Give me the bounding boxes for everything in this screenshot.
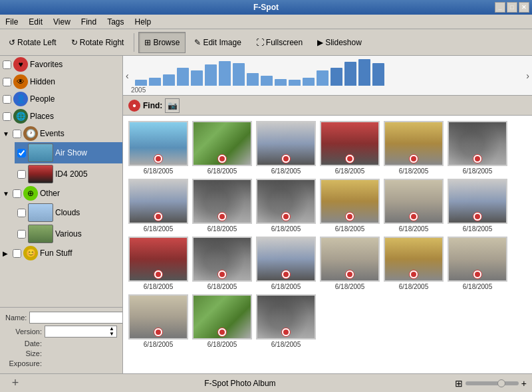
version-down[interactable]: ▼ bbox=[109, 332, 114, 337]
photo-badge-5 bbox=[409, 154, 418, 163]
people-checkbox[interactable] bbox=[3, 95, 11, 104]
menu-tags[interactable]: Tags bbox=[104, 16, 126, 28]
timeline-nav-left[interactable]: ‹ bbox=[126, 70, 129, 81]
sidebar-item-id4[interactable]: ID4 2005 bbox=[15, 163, 122, 185]
minimize-button[interactable]: _ bbox=[495, 2, 505, 13]
clouds-checkbox[interactable] bbox=[17, 209, 26, 217]
rotate-left-button[interactable]: ↺ Rotate Left bbox=[3, 32, 63, 53]
timeline-bar-17[interactable] bbox=[372, 63, 384, 86]
id4-checkbox[interactable] bbox=[17, 170, 26, 179]
timeline-bar-10[interactable] bbox=[275, 79, 287, 86]
timeline-bar-15[interactable] bbox=[344, 62, 356, 86]
clouds-thumbnail bbox=[28, 203, 53, 222]
menu-find[interactable]: Find bbox=[78, 16, 99, 28]
photo-item-1[interactable]: 6/18/2005 bbox=[128, 121, 188, 175]
hidden-checkbox[interactable] bbox=[3, 78, 11, 86]
menu-file[interactable]: File bbox=[3, 16, 21, 28]
various-checkbox[interactable] bbox=[17, 230, 26, 239]
places-checkbox[interactable] bbox=[3, 112, 11, 121]
sidebar-item-other-header[interactable]: ▼ ⊕ Other bbox=[0, 185, 122, 202]
fullscreen-button[interactable]: ⛶ Fullscreen bbox=[250, 32, 309, 53]
timeline[interactable]: ‹ 2005 › bbox=[123, 56, 532, 96]
photo-item-12[interactable]: 6/18/2005 bbox=[448, 179, 507, 233]
name-input[interactable] bbox=[29, 312, 123, 324]
zoom-in-icon[interactable]: + bbox=[521, 378, 527, 389]
photo-item-8[interactable]: 6/18/2005 bbox=[192, 179, 252, 233]
photo-item-3[interactable]: 6/18/2005 bbox=[256, 121, 316, 175]
sidebar-item-various[interactable]: Various bbox=[15, 223, 122, 245]
photo-item-21[interactable]: 6/18/2005 bbox=[256, 294, 316, 348]
photo-item-4[interactable]: 6/18/2005 bbox=[320, 121, 380, 175]
sidebar-item-favorites[interactable]: ♥ Favorites bbox=[0, 56, 122, 73]
timeline-bar-1[interactable] bbox=[149, 78, 161, 86]
photo-item-6[interactable]: 6/18/2005 bbox=[448, 121, 507, 175]
photo-item-15[interactable]: 6/18/2005 bbox=[256, 237, 316, 290]
timeline-bar-7[interactable] bbox=[233, 63, 245, 86]
photo-item-11[interactable]: 6/18/2005 bbox=[384, 179, 444, 233]
find-stop-button[interactable]: ● bbox=[128, 100, 140, 112]
photo-thumb-4 bbox=[320, 121, 380, 166]
menu-view[interactable]: View bbox=[51, 16, 73, 28]
rotate-right-button[interactable]: ↻ Rotate Right bbox=[65, 32, 130, 53]
photo-date-17: 6/18/2005 bbox=[399, 283, 429, 290]
photo-thumb-7 bbox=[128, 179, 188, 224]
timeline-bar-14[interactable] bbox=[331, 68, 342, 86]
sidebar-item-people[interactable]: 👤 People bbox=[0, 90, 122, 108]
timeline-bar-13[interactable] bbox=[317, 70, 329, 86]
timeline-bar-0[interactable] bbox=[135, 80, 147, 86]
photo-date-16: 6/18/2005 bbox=[335, 283, 365, 290]
timeline-bar-11[interactable] bbox=[289, 80, 301, 86]
airshow-checkbox[interactable] bbox=[17, 149, 26, 157]
photo-item-5[interactable]: 6/18/2005 bbox=[384, 121, 444, 175]
add-tag-button[interactable]: + bbox=[8, 376, 23, 391]
timeline-bar-6[interactable] bbox=[219, 61, 231, 86]
funstuff-expander[interactable]: ▶ bbox=[3, 250, 11, 257]
browse-button[interactable]: ⊞ Browse bbox=[138, 32, 186, 53]
timeline-bar-16[interactable] bbox=[358, 59, 370, 86]
photo-item-20[interactable]: 6/18/2005 bbox=[192, 294, 252, 348]
timeline-nav-right[interactable]: › bbox=[526, 70, 529, 81]
timeline-bar-9[interactable] bbox=[261, 76, 273, 86]
sidebar-item-events[interactable]: ▼ 🕐 Events bbox=[0, 125, 122, 142]
photo-item-16[interactable]: 6/18/2005 bbox=[320, 237, 380, 290]
find-camera-icon[interactable]: 📷 bbox=[165, 98, 180, 113]
photo-item-7[interactable]: 6/18/2005 bbox=[128, 179, 188, 233]
photo-item-17[interactable]: 6/18/2005 bbox=[384, 237, 444, 290]
photo-item-19[interactable]: 6/18/2005 bbox=[128, 294, 188, 348]
photo-item-14[interactable]: 6/18/2005 bbox=[192, 237, 252, 290]
photo-item-9[interactable]: 6/18/2005 bbox=[256, 179, 316, 233]
timeline-bar-2[interactable] bbox=[163, 74, 175, 86]
clouds-label: Clouds bbox=[55, 208, 120, 217]
timeline-bar-3[interactable] bbox=[177, 68, 189, 86]
edit-image-button[interactable]: ✎ Edit Image bbox=[188, 32, 247, 53]
photo-item-2[interactable]: 6/18/2005 bbox=[192, 121, 252, 175]
sidebar-item-airshow[interactable]: Air Show bbox=[15, 142, 122, 163]
photo-date-18: 6/18/2005 bbox=[463, 283, 493, 290]
timeline-bar-4[interactable] bbox=[191, 70, 203, 86]
version-arrows[interactable]: ▲ ▼ bbox=[109, 326, 114, 337]
events-expander[interactable]: ▼ bbox=[3, 130, 11, 138]
photo-item-18[interactable]: 6/18/2005 bbox=[448, 237, 507, 290]
maximize-button[interactable]: □ bbox=[507, 2, 517, 13]
zoom-thumb[interactable] bbox=[497, 379, 505, 387]
events-checkbox[interactable] bbox=[13, 130, 21, 138]
favorites-checkbox[interactable] bbox=[3, 60, 11, 69]
other-expander[interactable]: ▼ bbox=[3, 190, 11, 197]
photo-item-10[interactable]: 6/18/2005 bbox=[320, 179, 380, 233]
menu-edit[interactable]: Edit bbox=[26, 16, 45, 28]
sidebar-item-hidden[interactable]: 👁 Hidden bbox=[0, 73, 122, 90]
zoom-slider[interactable] bbox=[466, 381, 519, 385]
timeline-bar-12[interactable] bbox=[303, 78, 315, 86]
sidebar-item-clouds[interactable]: Clouds bbox=[15, 202, 122, 223]
photo-item-13[interactable]: 6/18/2005 bbox=[128, 237, 188, 290]
sidebar-item-places[interactable]: 🌐 Places bbox=[0, 108, 122, 125]
name-label: Name: bbox=[5, 314, 27, 322]
timeline-bar-8[interactable] bbox=[247, 73, 259, 86]
funstuff-checkbox[interactable] bbox=[13, 249, 21, 258]
sidebar-item-funstuff[interactable]: ▶ 😊 Fun Stuff bbox=[0, 245, 122, 262]
slideshow-button[interactable]: ▶ Slideshow bbox=[311, 32, 368, 53]
other-checkbox[interactable] bbox=[13, 189, 21, 198]
timeline-bar-5[interactable] bbox=[205, 64, 217, 86]
close-button[interactable]: ✕ bbox=[519, 2, 529, 13]
menu-help[interactable]: Help bbox=[132, 16, 154, 28]
